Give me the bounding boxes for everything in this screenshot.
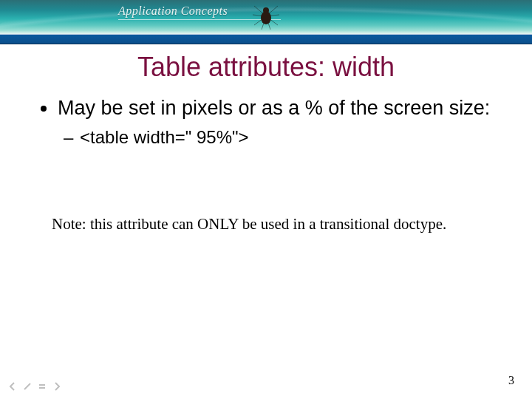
slide-header: Application Concepts xyxy=(0,0,532,34)
pen-icon[interactable] xyxy=(22,381,33,392)
menu-icon[interactable] xyxy=(37,381,47,392)
bullet-text: May be set in pixels or as a % of the sc… xyxy=(58,97,490,119)
header-brand-text: Application Concepts xyxy=(118,4,228,18)
header-divider-bar xyxy=(0,34,532,44)
svg-point-9 xyxy=(263,7,269,13)
slide-nav xyxy=(7,381,62,392)
slide-note: Note: this attribute can ONLY be used in… xyxy=(37,215,505,233)
slide-title-text: Table attributes: width xyxy=(137,52,395,82)
page-number: 3 xyxy=(508,374,514,387)
bullet-item: May be set in pixels or as a % of the sc… xyxy=(58,96,505,149)
sub-bullet-list: <table width=" 95%"> xyxy=(58,126,505,149)
svg-rect-10 xyxy=(39,384,45,386)
slide-content: May be set in pixels or as a % of the sc… xyxy=(0,96,532,233)
sub-bullet-item: <table width=" 95%"> xyxy=(80,126,505,149)
bullet-list: May be set in pixels or as a % of the sc… xyxy=(37,96,505,149)
prev-icon[interactable] xyxy=(7,381,18,392)
slide-title: Table attributes: width xyxy=(0,52,532,83)
sub-bullet-text: <table width=" 95%"> xyxy=(80,127,249,147)
next-icon[interactable] xyxy=(52,381,62,392)
svg-rect-11 xyxy=(39,387,45,389)
spider-icon xyxy=(251,1,281,34)
